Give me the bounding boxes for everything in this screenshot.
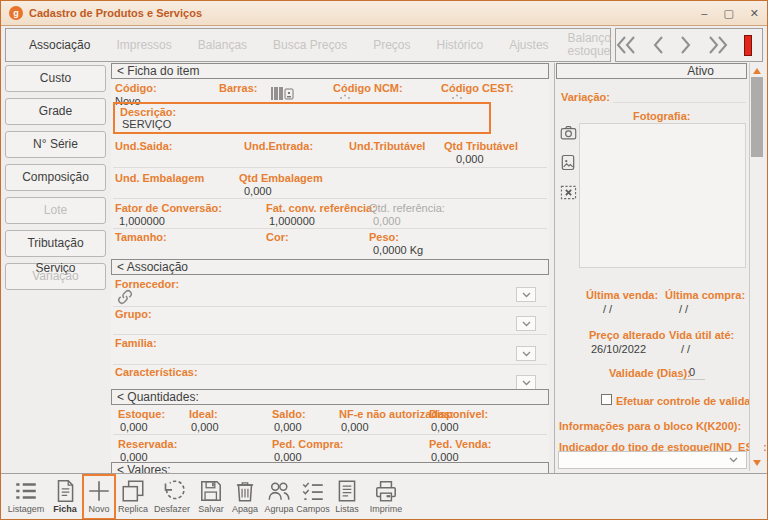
ped-venda-label: Ped. Venda:	[429, 438, 491, 450]
tab-busca-precos[interactable]: Busca Preços	[260, 38, 360, 52]
divider	[113, 228, 547, 229]
grupo-dropdown[interactable]	[516, 316, 536, 331]
qtd-embalagem-label: Qtd Embalagem	[239, 172, 323, 184]
controle-validade-checkbox[interactable]	[601, 394, 612, 405]
familia-dropdown[interactable]	[516, 346, 536, 361]
fotografia-label: Fotografia:	[633, 110, 690, 122]
sidebar-item-grade[interactable]: Grade	[5, 98, 106, 125]
tab-ajustes[interactable]: Ajustes	[496, 38, 561, 52]
document-icon	[52, 478, 78, 504]
descricao-value[interactable]: SERVIÇO	[122, 118, 171, 130]
ped-compra-label: Ped. Compra:	[272, 438, 344, 450]
sidebar-item-n-serie[interactable]: N° Série	[5, 131, 106, 158]
listagem-button[interactable]: Listagem	[4, 474, 48, 519]
listas-button[interactable]: Listas	[330, 474, 364, 519]
tab-balanco-estoque[interactable]: Balanço estoque	[562, 32, 617, 58]
variacao-label: Variação:	[561, 91, 610, 103]
sidebar-item-variacao: Variação	[5, 263, 106, 290]
plus-icon	[86, 478, 112, 504]
sidebar-item-composicao[interactable]: Composição	[5, 164, 106, 191]
agrupa-button[interactable]: Agrupa	[262, 474, 296, 519]
barras-label: Barras:	[219, 82, 258, 94]
undo-icon	[159, 478, 185, 504]
qtd-tributavel-label: Qtd Tributável	[444, 140, 518, 152]
controle-validade-label[interactable]: Efetuar controle de validade	[616, 395, 763, 407]
desfazer-button[interactable]: Desfazer	[150, 474, 194, 519]
minimize-icon[interactable]: –	[701, 8, 707, 19]
camera-icon[interactable]	[559, 123, 577, 141]
qtd-tributavel-value[interactable]: 0,000	[456, 153, 484, 165]
first-record-icon[interactable]	[616, 34, 636, 56]
und-saida-label: Und.Saida:	[115, 140, 172, 152]
tab-associacao[interactable]: Associação	[16, 38, 103, 52]
saldo-label: Saldo:	[272, 408, 306, 420]
ideal-value[interactable]: 0,000	[191, 421, 219, 433]
section-quantidades[interactable]: < Quantidades:	[111, 389, 549, 405]
novo-button[interactable]: Novo	[82, 474, 116, 520]
fator-conversao-value[interactable]: 1,000000	[119, 215, 165, 227]
sidebar: Custo Grade N° Série Composição Lote Tri…	[5, 65, 106, 296]
salvar-button[interactable]: Salvar	[194, 474, 228, 519]
scroll-down-icon[interactable]	[753, 460, 761, 466]
sidebar-item-custo[interactable]: Custo	[5, 65, 106, 92]
validade-field-underline	[677, 379, 705, 380]
divider	[113, 434, 547, 435]
apaga-button[interactable]: Apaga	[228, 474, 262, 519]
link-icon[interactable]	[117, 289, 133, 305]
familia-label: Família:	[115, 337, 157, 349]
section-valores[interactable]: < Valores:	[111, 462, 549, 473]
imprime-button[interactable]: Imprime	[364, 474, 408, 519]
descricao-highlight-box: Descrição: SERVIÇO	[113, 102, 491, 134]
peso-value[interactable]: 0,0000 Kg	[373, 244, 423, 256]
qtd-embalagem-value[interactable]: 0,000	[244, 185, 272, 197]
codigo-ncm-label: Código NCM:	[333, 82, 403, 94]
ind-est-select[interactable]	[558, 451, 747, 469]
cor-label: Cor:	[266, 231, 289, 243]
qtd-referencia-value: 0,000	[373, 215, 401, 227]
saldo-value[interactable]: 0,000	[274, 421, 302, 433]
vertical-scrollbar[interactable]	[749, 63, 764, 471]
section-associacao[interactable]: < Associação	[111, 259, 549, 275]
remove-image-icon[interactable]	[559, 183, 577, 201]
last-record-icon[interactable]	[708, 34, 728, 56]
disponivel-label: Disponível:	[429, 408, 488, 420]
divider	[113, 306, 547, 307]
save-icon	[198, 478, 224, 504]
und-tributavel-label: Und.Tributável	[349, 140, 425, 152]
nfe-nao-autorizadas-value[interactable]: 0,000	[341, 421, 369, 433]
scrollbar-thumb[interactable]	[751, 77, 763, 157]
variacao-field-underline[interactable]	[613, 102, 746, 103]
scroll-up-icon[interactable]	[753, 68, 761, 74]
fornecedor-dropdown[interactable]	[516, 287, 536, 302]
preco-alterado-value: 26/10/2022	[591, 343, 646, 355]
caracteristicas-dropdown[interactable]	[516, 375, 536, 390]
tamanho-label: Tamanho:	[115, 231, 167, 243]
tab-precos[interactable]: Preços	[360, 38, 423, 52]
tab-impressos[interactable]: Impressos	[103, 38, 184, 52]
photo-area[interactable]	[579, 123, 746, 268]
close-icon[interactable]: ✕	[750, 8, 759, 19]
maximize-icon[interactable]: ▢	[723, 8, 733, 19]
estoque-value[interactable]: 0,000	[120, 421, 148, 433]
divider	[113, 198, 547, 199]
caracteristicas-label: Características:	[115, 366, 198, 378]
prev-record-icon[interactable]	[652, 34, 664, 56]
barcode-icon[interactable]	[271, 86, 295, 102]
sidebar-item-lote: Lote	[5, 197, 106, 224]
campos-button[interactable]: Campos	[296, 474, 330, 519]
image-file-icon[interactable]	[559, 153, 577, 171]
next-record-icon[interactable]	[680, 34, 692, 56]
vida-util-value[interactable]: / /	[681, 343, 690, 355]
sidebar-item-tributacao-servico[interactable]: Tributação Serviço	[5, 230, 106, 257]
fat-conv-referencia-value[interactable]: 1,000000	[269, 215, 315, 227]
section-ficha-do-item[interactable]: < Ficha do item	[111, 63, 549, 79]
ficha-button[interactable]: Ficha	[48, 474, 82, 519]
disponivel-value[interactable]: 0,000	[431, 421, 459, 433]
replica-button[interactable]: Replica	[116, 474, 150, 519]
list-icon	[13, 478, 39, 504]
peso-label: Peso:	[369, 231, 399, 243]
tab-balancas[interactable]: Balanças	[185, 38, 260, 52]
validade-dias-value[interactable]: 0	[689, 366, 695, 378]
tab-historico[interactable]: Histórico	[424, 38, 497, 52]
app-window: g Cadastro de Produtos e Serviços – ▢ ✕ …	[0, 0, 768, 520]
